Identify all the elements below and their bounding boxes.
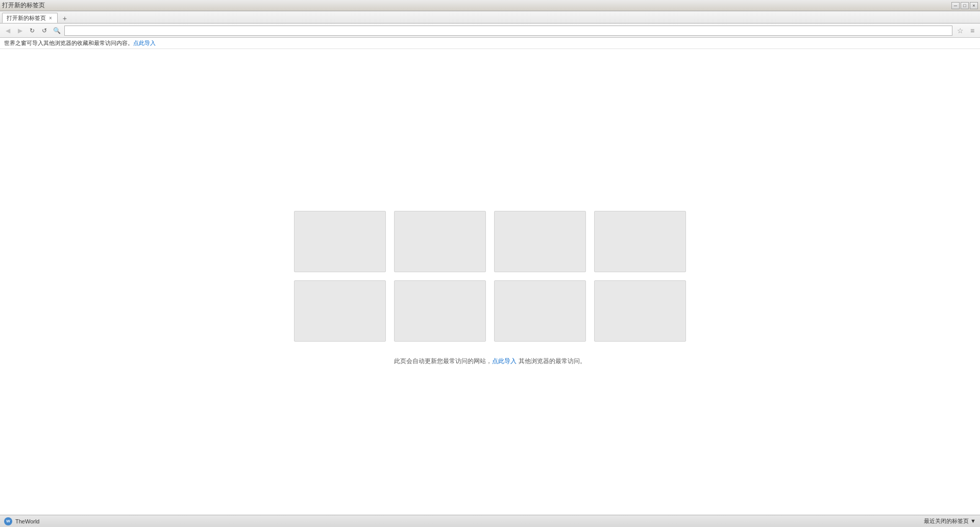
bottom-info-text-before: 此页会自动更新您最常访问的网站， — [394, 357, 492, 365]
thumbnail-7[interactable] — [494, 280, 586, 342]
thumbnail-5[interactable] — [294, 280, 386, 342]
search-button[interactable]: 🔍 — [51, 25, 62, 36]
bottom-import-link[interactable]: 点此导入 — [492, 357, 517, 365]
tab-label: 打开新的标签页 — [7, 14, 46, 22]
import-link[interactable]: 点此导入 — [133, 39, 156, 47]
minimize-button[interactable]: ─ — [951, 2, 960, 9]
status-bar: W TheWorld 最近关闭的标签页 ▼ — [0, 515, 980, 527]
forward-button[interactable]: ▶ — [14, 25, 26, 36]
info-text: 世界之窗可导入其他浏览器的收藏和最常访问内容。 — [4, 39, 133, 47]
thumbnail-2[interactable] — [394, 211, 486, 272]
title-bar: 打开新的标签页 ─ □ × — [0, 0, 980, 11]
browser-logo: W — [4, 517, 12, 525]
browser-window: 打开新的标签页 ─ □ × 打开新的标签页 × + ◀ ▶ ↻ ↺ 🔍 ☆ ≡ … — [0, 0, 980, 527]
stop-button[interactable]: ↺ — [39, 25, 50, 36]
favorites-button[interactable]: ☆ — [954, 25, 966, 36]
thumbnail-4[interactable] — [594, 211, 686, 272]
nav-right: ☆ ≡ — [954, 25, 978, 36]
nav-bar: ◀ ▶ ↻ ↺ 🔍 ☆ ≡ — [0, 23, 980, 38]
new-tab-button[interactable]: + — [60, 14, 70, 23]
maximize-button[interactable]: □ — [961, 2, 969, 9]
content-area: 此页会自动更新您最常访问的网站，点此导入 其他浏览器的最常访问。 — [0, 49, 980, 527]
menu-button[interactable]: ≡ — [967, 25, 978, 36]
refresh-button[interactable]: ↻ — [27, 25, 38, 36]
thumbnail-6[interactable] — [394, 280, 486, 342]
recently-closed-tabs[interactable]: 最近关闭的标签页 ▼ — [924, 517, 976, 525]
bottom-info-text-after: 其他浏览器的最常访问。 — [517, 357, 585, 365]
brand-name: TheWorld — [15, 518, 39, 524]
bottom-info: 此页会自动更新您最常访问的网站，点此导入 其他浏览器的最常访问。 — [394, 357, 585, 366]
title-bar-left: 打开新的标签页 — [2, 1, 45, 10]
thumbnail-grid — [294, 211, 686, 342]
active-tab[interactable]: 打开新的标签页 × — [2, 13, 58, 23]
title-bar-buttons: ─ □ × — [951, 2, 978, 9]
thumbnail-3[interactable] — [494, 211, 586, 272]
thumbnail-1[interactable] — [294, 211, 386, 272]
tab-bar: 打开新的标签页 × + — [0, 11, 980, 23]
window-title: 打开新的标签页 — [2, 1, 45, 10]
status-left: W TheWorld — [4, 517, 39, 525]
close-button[interactable]: × — [970, 2, 978, 9]
info-bar: 世界之窗可导入其他浏览器的收藏和最常访问内容。 点此导入 — [0, 38, 980, 49]
thumbnail-8[interactable] — [594, 280, 686, 342]
tab-close-button[interactable]: × — [48, 15, 53, 21]
back-button[interactable]: ◀ — [2, 25, 13, 36]
address-input[interactable] — [64, 26, 952, 36]
